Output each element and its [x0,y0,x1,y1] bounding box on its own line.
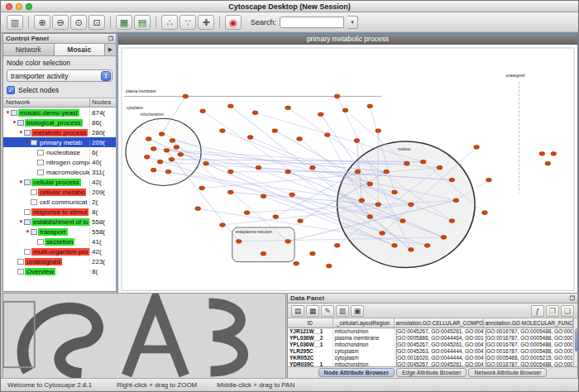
import-attributes-icon[interactable]: ❐ [546,305,559,317]
network-node[interactable] [285,170,291,174]
search-dropdown-icon[interactable] [347,16,358,29]
expander-icon[interactable]: ▼ [18,179,24,184]
network-node[interactable] [367,182,373,186]
network-node[interactable] [146,137,151,141]
expander-icon[interactable]: ▼ [25,229,31,234]
network-node[interactable] [310,251,316,256]
network-node[interactable] [220,129,226,133]
tree-item[interactable]: Overview8( [3,266,116,276]
network-node[interactable] [539,151,545,155]
help-icon[interactable]: ◉ [225,15,242,30]
tree-item[interactable]: ▼establishment of lo558( [3,217,116,227]
network-node[interactable] [178,152,184,156]
table-row[interactable]: YJR121W__1mitochondrion[GO:0045267, GO:0… [288,327,572,335]
function-builder-icon[interactable]: ƒ [531,305,544,317]
network-node[interactable] [408,203,414,207]
network-node[interactable] [200,109,206,113]
tree-item[interactable]: ▼cellular process42( [3,177,116,187]
network-node[interactable] [367,215,373,219]
network-node[interactable] [227,190,233,194]
network-node[interactable] [261,194,266,198]
tree-item[interactable]: macromolecule311( [3,167,116,177]
tree-item[interactable]: nitrogen compo40( [3,157,116,167]
network-node[interactable] [474,146,480,150]
show-panels-icon[interactable]: ▥ [7,15,23,30]
network-window-title[interactable]: primary metabolic process [118,34,577,45]
column-header[interactable]: ID [288,318,333,327]
search-input[interactable] [280,17,344,28]
select-nodes-checkbox[interactable] [7,86,15,94]
network-node[interactable] [183,94,189,98]
tab-mosaic[interactable]: Mosaic [55,44,106,55]
network-node[interactable] [359,198,365,203]
minimize-button[interactable] [16,3,22,10]
network-node[interactable] [486,178,492,182]
tree-item[interactable]: unassigned223( [3,256,116,266]
table-scrollbar[interactable] [573,318,578,366]
show-all-network-icon[interactable]: ▤ [134,15,151,30]
attribute-create-icon[interactable]: ▦ [306,305,319,317]
table-cell[interactable]: YJR121W__1 [288,327,333,335]
expander-icon[interactable]: ▼ [18,219,24,224]
table-cell[interactable]: cytoplasm [333,355,394,361]
table-cell[interactable]: YPL036W__1 [288,342,333,348]
network-node[interactable] [144,155,150,159]
first-neighbors-icon[interactable]: ∵ [179,15,196,30]
table-cell[interactable]: [GO:0045267, GO:0045261, GO:0044444, G..… [394,361,483,368]
network-node[interactable] [199,186,205,190]
export-attributes-icon[interactable]: ❏ [561,305,574,317]
table-cell[interactable]: [GO:0016787, GO:0005488, GO:0005215, G..… [483,335,572,342]
network-canvas-area[interactable]: plasma membranecytoplasmmitochondrionnuc… [118,45,577,294]
layout-icon[interactable]: ✚ [198,15,214,30]
network-node[interactable] [261,251,266,256]
table-cell[interactable]: mitochondrion [333,342,394,348]
tab-node-attribute-browser[interactable]: Node Attribute Browser [318,368,395,377]
expander-icon[interactable]: ▼ [12,120,17,125]
network-node[interactable] [169,157,175,161]
table-cell[interactable]: YPL036W__2 [288,335,333,342]
close-button[interactable] [6,3,12,10]
network-node[interactable] [551,151,557,155]
network-node[interactable] [285,106,291,110]
compartment-nucleus[interactable] [337,141,475,268]
tree-item[interactable]: response to stimul8( [3,207,116,217]
network-node[interactable] [294,261,299,265]
network-node[interactable] [449,178,455,182]
network-node[interactable] [220,223,226,227]
network-node[interactable] [324,133,330,137]
float-panel-icon[interactable] [570,295,575,302]
network-node[interactable] [157,160,163,164]
zoom-in-icon[interactable]: ⊕ [34,15,50,30]
table-row[interactable]: YLR295Ccytoplasm[GO:0045263, GO:0044444,… [288,348,572,355]
network-node[interactable] [437,165,443,170]
column-header[interactable]: annotation.GO CELLULAR_COMPONENT [394,318,483,327]
expander-icon[interactable]: ▼ [5,110,11,115]
network-node[interactable] [227,104,233,108]
network-node[interactable] [227,170,233,174]
table-cell[interactable]: [GO:0016787, GO:0005488, GO:0005215, G..… [483,342,572,348]
tree-item[interactable]: nucleobase6( [3,147,116,157]
scrollbar-thumb[interactable] [575,328,578,351]
network-node[interactable] [170,139,175,143]
network-node[interactable] [195,207,201,211]
network-node[interactable] [151,168,156,172]
network-node[interactable] [441,236,447,240]
title-bar[interactable]: Cytoscape Desktop (New Session) [1,1,578,12]
network-node[interactable] [420,160,426,164]
network-node[interactable] [482,211,488,215]
table-cell[interactable]: plasma membrane [333,335,394,342]
network-node[interactable] [408,247,414,251]
network-node[interactable] [310,165,316,170]
expander-icon[interactable]: ▼ [25,140,31,145]
network-node[interactable] [318,112,323,117]
table-row[interactable]: YPL036W__2plasma membrane[GO:0005886, GO… [288,335,572,342]
tree-item[interactable]: ▼primary metab209( [3,137,116,147]
tab-network[interactable]: Network [3,44,55,55]
network-node[interactable] [236,239,242,243]
table-cell[interactable]: YDR039C__1 [288,361,333,368]
column-header[interactable]: _cellularLayoutRegion [333,318,394,327]
network-node[interactable] [367,104,373,108]
expander-icon[interactable]: ▼ [18,130,24,135]
network-node[interactable] [449,219,455,223]
network-node[interactable] [392,190,398,194]
